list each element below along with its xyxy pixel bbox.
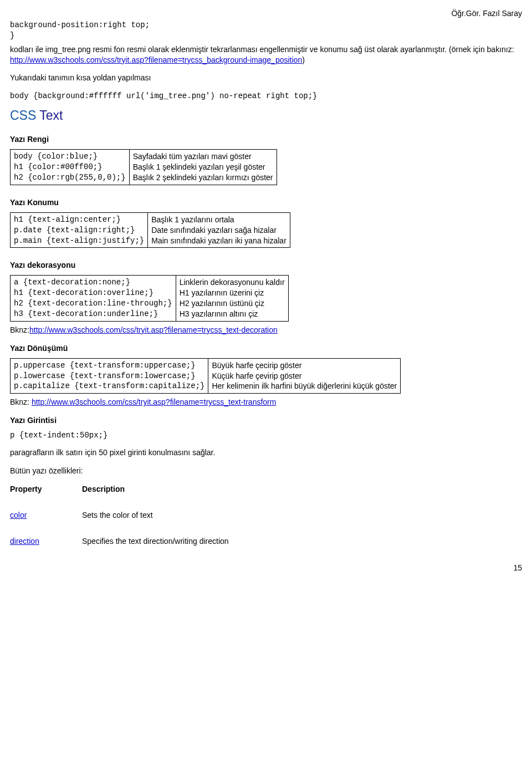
bknz-transform: Bknz: http://www.w3schools.com/css/tryit…	[10, 397, 522, 407]
table-row: a {text-decoration:none;} h1 {text-decor…	[11, 276, 289, 322]
page-number: 15	[10, 563, 522, 573]
desc-cell: Linklerin dekorasyonunu kaldır H1 yazıla…	[176, 276, 288, 322]
paragraph-all-properties: Bütün yazı özellikleri:	[10, 466, 522, 476]
table-row: p.uppercase {text-transform:uppercase;} …	[11, 358, 401, 394]
bknz-decoration: Bknz:http://www.w3schools.com/css/tryit.…	[10, 325, 522, 335]
link-text-transform[interactable]: http://www.w3schools.com/css/tryit.asp?f…	[32, 398, 277, 406]
desc-cell: Büyük harfe çecirip göster Küçük harfe ç…	[208, 358, 401, 394]
bknz-label: Bknz:	[10, 325, 29, 334]
desc-cell: Başlık 1 yazılarını ortala Date sınıfınd…	[148, 212, 290, 248]
table-yazi-donusumu: p.uppercase {text-transform:uppercase;} …	[10, 358, 401, 394]
code-cell: a {text-decoration:none;} h1 {text-decor…	[11, 276, 176, 322]
table-row: h1 {text-align:center;} p.date {text-ali…	[11, 212, 290, 248]
heading-yazi-konumu: Yazı Konumu	[10, 197, 522, 208]
author-name: Öğr.Gör. Fazıl Saray	[10, 8, 522, 19]
heading-yazi-dekorasyonu: Yazı dekorasyonu	[10, 260, 522, 271]
heading-css-text: CSS Text	[10, 107, 522, 124]
table-yazi-konumu: h1 {text-align:center;} p.date {text-ali…	[10, 212, 290, 248]
table-row: direction Specifies the text direction/w…	[10, 536, 522, 547]
heading-yazi-rengi: Yazı Rengi	[10, 134, 522, 145]
link-prop-direction[interactable]: direction	[10, 537, 39, 546]
desc-color: Sets the color of text	[82, 510, 153, 521]
code-text-indent: p {text-indent:50px;}	[10, 430, 522, 441]
code-cell: h1 {text-align:center;} p.date {text-ali…	[11, 212, 148, 248]
table-yazi-dekorasyonu: a {text-decoration:none;} h1 {text-decor…	[10, 275, 289, 322]
paragraph-shorthand-intro: Yukarıdaki tanımın kısa yoldan yapılması	[10, 73, 522, 83]
link-bg-image-position[interactable]: http://www.w3schools.com/css/tryit.asp?f…	[10, 55, 302, 64]
heading-css-text-css: CSS	[10, 108, 36, 123]
code-cell: body {color:blue;} h1 {color:#00ff00;} h…	[11, 150, 130, 185]
paragraph-indent-desc: paragrafların ilk satırı için 50 pixel g…	[10, 447, 522, 458]
intro-text-b: )	[302, 55, 305, 64]
th-description: Description	[82, 484, 125, 495]
th-property: Property	[10, 484, 82, 495]
desc-direction: Specifies the text direction/writing dir…	[82, 536, 229, 547]
code-shorthand: body {background:#ffffff url('img_tree.p…	[10, 91, 522, 101]
code-bg-position: background-position:right top; }	[10, 20, 522, 41]
heading-css-text-text: Text	[36, 108, 63, 123]
bknz-label: Bknz:	[10, 398, 32, 406]
table-row: color Sets the color of text	[10, 510, 522, 521]
link-text-decoration[interactable]: http://www.w3schools.com/css/tryit.asp?f…	[29, 325, 278, 334]
table-row: body {color:blue;} h1 {color:#00ff00;} h…	[11, 150, 277, 185]
desc-cell: Sayfadaki tüm yazıları mavi göster Başlı…	[129, 150, 277, 185]
properties-table: Property Description color Sets the colo…	[10, 484, 522, 547]
heading-yazi-donusumu: Yazı Dönüşümü	[10, 343, 522, 354]
heading-yazi-girintisi: Yazı Girintisi	[10, 415, 522, 426]
intro-text-a: kodları ile img_tree.png resmi fon resmi…	[10, 45, 514, 54]
paragraph-intro: kodları ile img_tree.png resmi fon resmi…	[10, 44, 522, 65]
table-header-row: Property Description	[10, 484, 522, 495]
link-prop-color[interactable]: color	[10, 511, 27, 519]
table-yazi-rengi: body {color:blue;} h1 {color:#00ff00;} h…	[10, 149, 277, 185]
code-cell: p.uppercase {text-transform:uppercase;} …	[11, 358, 208, 394]
